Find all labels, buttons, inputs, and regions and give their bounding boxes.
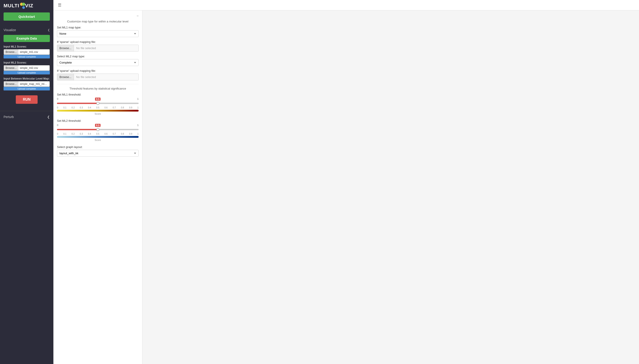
panel-minimize: − bbox=[57, 14, 139, 18]
example-data-button[interactable]: Example Data bbox=[4, 35, 50, 42]
ml1-map-select[interactable]: None Complete Sparse bbox=[57, 30, 139, 37]
graph-layout-label: Select graph layout: bbox=[57, 145, 139, 149]
map-input-label: Input Between Molecular Level Map: bbox=[4, 77, 50, 80]
ml2-slider-group: Set ML2 threshold: 0 0.5 1 0 0.1 0 bbox=[57, 119, 139, 141]
map-file-row: Browse... simple_map_ml1_ml2.cs bbox=[4, 81, 50, 87]
ml2-upload-status: Upload complete bbox=[4, 71, 50, 74]
ml2-slider-fill bbox=[57, 129, 98, 130]
ml2-map-select[interactable]: None Complete Sparse bbox=[57, 59, 139, 66]
ml1-slider-ticks: 0 0.1 0.2 0.3 0.4 0.5 0.6 0.7 0.8 0.9 1 bbox=[57, 106, 139, 109]
ml1-browse-button[interactable]: Browse... bbox=[4, 49, 19, 55]
ml1-slider-fill bbox=[57, 103, 98, 104]
threshold-title: Threshold features by statistical signif… bbox=[57, 87, 139, 90]
ml2-slider-min: 0 bbox=[57, 124, 58, 127]
ml2-slider-thumb[interactable] bbox=[96, 128, 99, 131]
minimize-button[interactable]: − bbox=[137, 14, 139, 18]
map-browse-button[interactable]: Browse... bbox=[4, 81, 19, 87]
sparse-upload-row-2: Browse... No file selected bbox=[57, 74, 139, 80]
logo-area: MULTI VIZ bbox=[0, 0, 53, 11]
perturb-section[interactable]: Perturb ❮ bbox=[0, 113, 53, 121]
ml1-gradient-bar bbox=[57, 110, 139, 112]
logo-dots bbox=[20, 3, 25, 9]
ml2-file-name: simple_ml2.csv bbox=[19, 65, 50, 71]
map-upload-status: Upload complete bbox=[4, 87, 50, 90]
panel-left: − Customize map type for within a molecu… bbox=[53, 10, 142, 364]
ml2-map-label: Select ML2 map type: bbox=[57, 55, 139, 58]
visualize-chevron: ❮ bbox=[48, 28, 50, 32]
map-input-group: Input Between Molecular Level Map: Brows… bbox=[0, 76, 53, 92]
sparse-browse-button-2[interactable]: Browse... bbox=[57, 74, 74, 80]
map-file-name: simple_map_ml1_ml2.cs bbox=[19, 81, 50, 87]
sparse-upload-row-1: Browse... No file selected bbox=[57, 45, 139, 52]
ml2-slider-container[interactable] bbox=[57, 127, 139, 132]
ml1-slider-thumb[interactable] bbox=[96, 102, 99, 105]
ml2-file-row: Browse... simple_ml2.csv bbox=[4, 65, 50, 71]
ml2-browse-button[interactable]: Browse... bbox=[4, 65, 19, 71]
ml1-input-label: Input ML1 Scores: bbox=[4, 45, 50, 48]
ml1-map-group: Set ML1 map type: None Complete Sparse bbox=[57, 26, 139, 37]
ml1-upload-status: Upload complete bbox=[4, 55, 50, 58]
ml1-slider-badge: 0.5 bbox=[95, 98, 101, 101]
ml2-slider-badge: 0.5 bbox=[95, 124, 101, 127]
graph-layout-select[interactable]: layout_with_kk layout_nicely layout_as_s… bbox=[57, 150, 139, 157]
logo-text-viz: VIZ bbox=[25, 3, 33, 9]
sparse-upload-label-1: If 'sparse' upload mapping file: bbox=[57, 40, 139, 44]
ml1-slider-min: 0 bbox=[57, 98, 58, 101]
graph-layout-section: Select graph layout: layout_with_kk layo… bbox=[57, 145, 139, 157]
sparse-upload-group-1: If 'sparse' upload mapping file: Browse.… bbox=[57, 40, 139, 52]
sparse-upload-group-2: If 'sparse' upload mapping file: Browse.… bbox=[57, 69, 139, 80]
ml1-slider-header: 0 0.5 1 bbox=[57, 98, 139, 101]
main-content: ☰ − Customize map type for within a mole… bbox=[53, 0, 639, 364]
ml2-map-group: Select ML2 map type: None Complete Spars… bbox=[57, 55, 139, 66]
ml2-slider-header: 0 0.5 1 bbox=[57, 124, 139, 127]
topbar: ☰ bbox=[53, 0, 639, 10]
ml2-gradient-bar bbox=[57, 136, 139, 138]
ml2-slider-ticks: 0 0.1 0.2 0.3 0.4 0.5 0.6 0.7 0.8 0.9 1 bbox=[57, 133, 139, 135]
ml1-threshold-label: Set ML1 threshold: bbox=[57, 93, 139, 96]
sparse-browse-button-1[interactable]: Browse... bbox=[57, 45, 74, 51]
perturb-chevron: ❮ bbox=[47, 115, 50, 119]
sparse-no-file-2: No file selected bbox=[74, 74, 138, 80]
ml1-file-name: simple_ml1.csv bbox=[19, 49, 50, 55]
sidebar: MULTI VIZ Quickstart Visualize ❮ Example… bbox=[0, 0, 53, 364]
ml2-slider-max: 1 bbox=[137, 124, 139, 127]
visualize-label: Visualize bbox=[4, 28, 16, 32]
hamburger-icon[interactable]: ☰ bbox=[58, 3, 61, 8]
quickstart-button[interactable]: Quickstart bbox=[4, 12, 50, 21]
customize-title: Customize map type for within a molecula… bbox=[57, 20, 139, 23]
ml1-map-label: Set ML1 map type: bbox=[57, 26, 139, 29]
run-button[interactable]: RUN bbox=[16, 95, 38, 104]
ml2-threshold-label: Set ML2 threshold: bbox=[57, 119, 139, 122]
threshold-section: Threshold features by statistical signif… bbox=[57, 84, 139, 141]
logo-dot-blue bbox=[22, 6, 25, 9]
ml2-input-group: Input ML2 Scores: Browse... simple_ml2.c… bbox=[0, 60, 53, 76]
perturb-label: Perturb bbox=[4, 115, 14, 119]
panel-right bbox=[142, 10, 639, 364]
sparse-upload-label-2: If 'sparse' upload mapping file: bbox=[57, 69, 139, 72]
ml1-file-row: Browse... simple_ml1.csv bbox=[4, 49, 50, 55]
sparse-no-file-1: No file selected bbox=[74, 45, 138, 51]
ml1-input-group: Input ML1 Scores: Browse... simple_ml1.c… bbox=[0, 44, 53, 60]
ml1-slider-container[interactable] bbox=[57, 101, 139, 106]
ml2-score-label: Score bbox=[57, 139, 139, 141]
visualize-section: Visualize ❮ Example Data Input ML1 Score… bbox=[0, 24, 53, 109]
ml1-score-label: Score bbox=[57, 112, 139, 115]
ml1-slider-group: Set ML1 threshold: 0 0.5 1 0 0.1 0 bbox=[57, 93, 139, 115]
visualize-header[interactable]: Visualize ❮ bbox=[0, 26, 53, 34]
logo-text: MULTI bbox=[4, 3, 19, 9]
ml1-slider-max: 1 bbox=[137, 98, 139, 101]
content-area: − Customize map type for within a molecu… bbox=[53, 10, 639, 364]
ml2-input-label: Input ML2 Scores: bbox=[4, 61, 50, 64]
